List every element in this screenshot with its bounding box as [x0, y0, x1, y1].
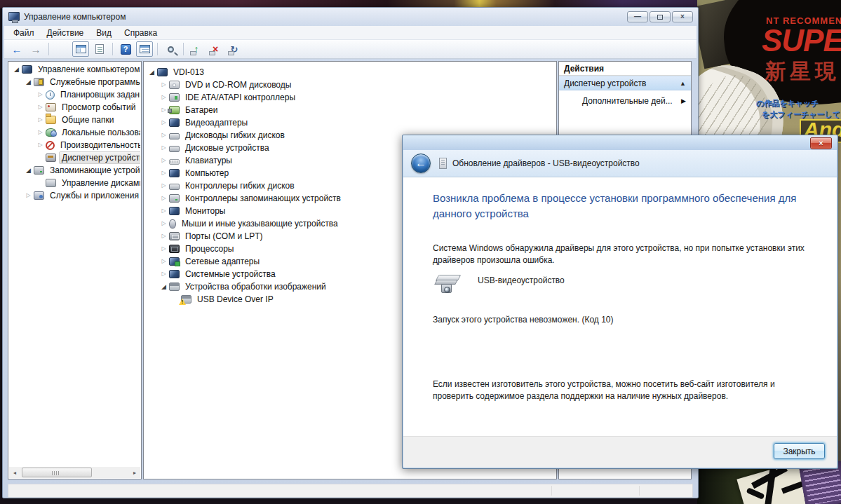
collapsed-expander-icon[interactable]: ▷	[159, 233, 168, 239]
collapsed-expander-icon[interactable]: ▷	[159, 170, 168, 176]
properties-button[interactable]	[91, 41, 108, 57]
expanded-expander-icon[interactable]: ◢	[159, 284, 168, 290]
scan-button[interactable]	[162, 41, 179, 57]
uninstall-device-button[interactable]: ×	[207, 41, 224, 57]
dialog-title-bar[interactable]	[403, 135, 837, 150]
collapsed-expander-icon[interactable]: ▷	[159, 221, 168, 226]
expanded-expander-icon[interactable]: ◢	[24, 79, 33, 86]
actions-section-device-manager[interactable]: Диспетчер устройств ▲	[559, 76, 691, 90]
console-tree-button[interactable]	[72, 41, 89, 57]
menu-действие[interactable]: Действие	[41, 27, 90, 39]
tree-item[interactable]: ▷Видеоадаптеры	[144, 116, 556, 129]
collapsed-expander-icon[interactable]: ▷	[159, 95, 168, 100]
tree-item-label: Службы и приложения	[47, 189, 140, 202]
collapsed-expander-icon[interactable]: ▷	[159, 246, 168, 252]
collapsed-expander-icon[interactable]: ▷	[159, 82, 168, 88]
tree-item[interactable]: ◢VDI-013	[144, 66, 556, 79]
collapsed-expander-icon[interactable]: ▷	[36, 142, 45, 148]
tree-item[interactable]: ▷IDE ATA/ATAPI контроллеры	[144, 91, 556, 104]
tree-item[interactable]: ▷Батареи	[144, 104, 556, 116]
driver-icon	[439, 158, 447, 169]
tree-item[interactable]: ▷Производительность	[9, 139, 140, 151]
collapsed-expander-icon[interactable]: ▷	[159, 120, 168, 125]
tree-item-label: VDI-013	[170, 66, 207, 79]
scrollbar-thumb[interactable]	[22, 468, 92, 477]
tree-item[interactable]: ▷DVD и CD-ROM дисководы	[144, 79, 556, 91]
collapsed-expander-icon[interactable]: ▷	[24, 193, 33, 198]
ide-icon	[169, 93, 180, 102]
close-icon: ×	[819, 139, 823, 147]
collapsed-expander-icon[interactable]: ▷	[159, 271, 168, 277]
storage-icon	[169, 194, 180, 203]
tree-item[interactable]: ▷Службы и приложения	[9, 189, 140, 202]
computer-management-icon	[8, 12, 20, 21]
tree-item-label: Контроллеры запоминающих устройств	[182, 192, 344, 205]
collapsed-expander-icon[interactable]: ▷	[36, 117, 45, 123]
tree-item[interactable]: ▷Общие папки	[9, 114, 140, 126]
tree-item[interactable]: ▷Планировщик заданий	[9, 88, 140, 101]
tree-item-label: Порты (COM и LPT)	[182, 230, 266, 243]
console-tree-pane: ◢Управление компьютером (л◢Служебные про…	[8, 61, 142, 479]
tree-item-label: Планировщик заданий	[58, 88, 140, 101]
tree-item[interactable]: Диспетчер устройств	[9, 151, 140, 164]
tree-item[interactable]: ▷Просмотр событий	[9, 101, 140, 114]
collapsed-expander-icon[interactable]: ▷	[159, 208, 168, 214]
export-list-button[interactable]	[53, 41, 70, 57]
tree-item-label: Управление дисками	[59, 177, 140, 189]
expanded-expander-icon[interactable]: ◢	[147, 69, 156, 76]
menu-bar: ФайлДействиеВидСправка	[4, 26, 697, 40]
collapsed-expander-icon[interactable]: ▷	[159, 259, 168, 264]
toolbar-separator	[112, 43, 113, 55]
collapsed-expander-icon[interactable]: ▷	[159, 158, 168, 163]
menu-файл[interactable]: Файл	[7, 27, 41, 39]
restore-button[interactable]	[650, 11, 671, 22]
menu-вид[interactable]: Вид	[90, 27, 118, 39]
tree-item[interactable]: ▷Локальные пользовате	[9, 126, 140, 139]
title-bar[interactable]: Управление компьютером	[3, 8, 698, 25]
expanded-expander-icon[interactable]: ◢	[12, 67, 21, 73]
floppy-icon	[169, 184, 180, 190]
tree-item-label: Устройства обработки изображений	[182, 280, 329, 293]
back-button[interactable]: ←	[8, 41, 25, 57]
window-controls: — ×	[627, 11, 693, 22]
tree-item[interactable]: ◢Служебные программы	[9, 76, 140, 88]
close-button[interactable]: ×	[672, 11, 693, 22]
tree-item-label: Мониторы	[182, 205, 228, 217]
tree-item[interactable]: Управление дисками	[9, 177, 140, 189]
scroll-right-icon[interactable]: ▸	[129, 467, 140, 478]
close-dialog-button[interactable]: Закрыть	[774, 443, 825, 459]
collapsed-expander-icon[interactable]: ▷	[159, 196, 168, 201]
tree-item[interactable]: ◢Запоминающие устройст	[9, 164, 140, 177]
dialog-close-button[interactable]: ×	[810, 137, 832, 149]
expanded-expander-icon[interactable]: ◢	[24, 168, 33, 174]
console-tree: ◢Управление компьютером (л◢Служебные про…	[9, 63, 140, 466]
scroll-left-icon[interactable]: ◂	[9, 467, 20, 478]
collapsed-expander-icon[interactable]: ▷	[36, 104, 45, 110]
back-button[interactable]: ←	[411, 154, 431, 173]
menu-справка[interactable]: Справка	[118, 27, 163, 39]
floppy-icon	[169, 133, 180, 139]
help-button[interactable]: ?	[117, 41, 134, 57]
forward-button[interactable]: →	[27, 41, 44, 57]
minimize-button[interactable]: —	[627, 11, 648, 22]
collapsed-expander-icon[interactable]: ▷	[159, 132, 168, 138]
toolbar-separator	[48, 43, 49, 55]
update-driver-button[interactable]: ↑	[188, 41, 205, 57]
collapsed-expander-icon[interactable]: ▷	[36, 92, 45, 97]
collapsed-expander-icon[interactable]: ▷	[36, 130, 45, 135]
collapsed-expander-icon[interactable]: ▷	[159, 145, 168, 151]
list-view-button[interactable]	[136, 41, 153, 57]
net-icon	[169, 257, 180, 266]
tree-item-label: Управление компьютером (л	[35, 63, 140, 76]
horizontal-scrollbar[interactable]: ◂ ▸	[9, 467, 140, 478]
scan-hardware-button[interactable]: ↻	[226, 41, 243, 57]
actions-more-actions-item[interactable]: Дополнительные дей... ▶	[559, 93, 691, 109]
services-icon	[34, 191, 44, 200]
tree-item[interactable]: ◢Управление компьютером (л	[9, 63, 140, 76]
actions-section-label: Диспетчер устройств	[564, 79, 646, 88]
submenu-arrow-icon: ▶	[681, 97, 686, 104]
collapse-icon[interactable]: ▲	[680, 80, 686, 87]
dialog-footer: Закрыть	[403, 436, 837, 468]
collapsed-expander-icon[interactable]: ▷	[159, 183, 168, 189]
users-icon	[46, 128, 56, 137]
